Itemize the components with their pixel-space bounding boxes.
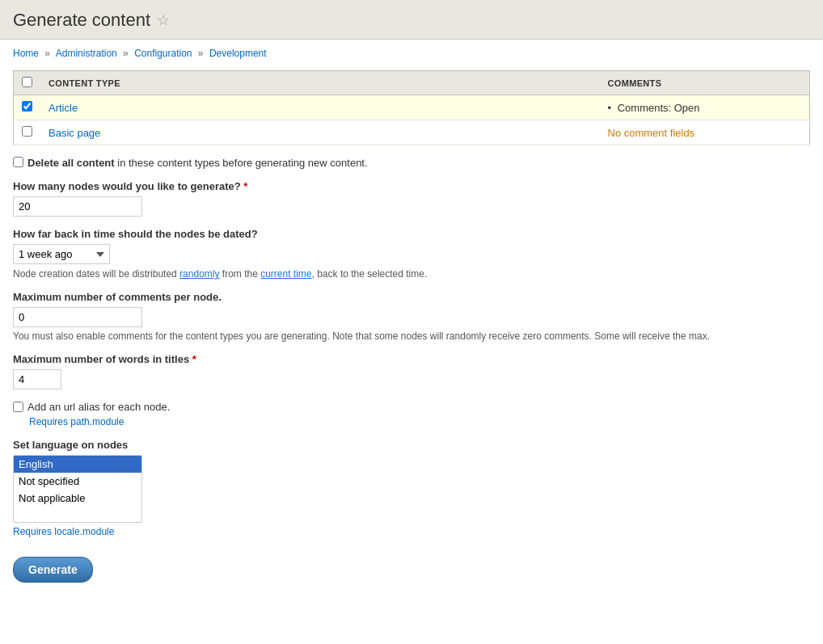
nodes-label-text: How many nodes would you like to generat… xyxy=(13,180,241,192)
nodes-required-star: * xyxy=(243,180,247,192)
breadcrumb-configuration[interactable]: Configuration xyxy=(134,48,192,59)
url-alias-checkbox[interactable] xyxy=(13,402,23,412)
dist-text-2: from the xyxy=(219,268,260,280)
max-comments-section: Maximum number of comments per node. You… xyxy=(13,291,810,342)
breadcrumb-sep-2: » xyxy=(123,48,129,59)
language-option-english[interactable]: English xyxy=(14,456,141,473)
max-words-input[interactable] xyxy=(13,369,61,389)
dist-text-3: , back to the selected time. xyxy=(312,268,428,280)
language-option-not-specified[interactable]: Not specified xyxy=(14,473,141,490)
max-words-label: Maximum number of words in titles * xyxy=(13,353,810,365)
max-words-label-text: Maximum number of words in titles xyxy=(13,353,189,365)
delete-rest-text: in these content types before generating… xyxy=(117,157,367,169)
dist-text-1: Node creation dates will be distributed xyxy=(13,268,179,280)
table-header-row: CONTENT TYPE COMMENTS xyxy=(14,71,810,95)
delete-bold-text: Delete all content xyxy=(27,157,115,169)
basic-page-link[interactable]: Basic page xyxy=(49,127,100,139)
select-all-checkbox[interactable] xyxy=(22,77,32,87)
article-link[interactable]: Article xyxy=(49,102,78,114)
nodes-input[interactable] xyxy=(13,196,142,217)
url-alias-label-text: Add an url alias for each node. xyxy=(27,401,170,413)
delete-content-label: Delete all content in these content type… xyxy=(27,157,368,169)
comments-note: You must also enable comments for the co… xyxy=(13,330,810,342)
max-words-section: Maximum number of words in titles * xyxy=(13,353,810,389)
basic-page-label-cell: Basic page xyxy=(40,120,600,145)
star-icon[interactable]: ☆ xyxy=(157,11,170,29)
article-checkbox[interactable] xyxy=(22,101,32,112)
time-select-wrapper: 1 week ago 1 day ago 1 month ago 1 year … xyxy=(13,244,810,264)
language-option-not-applicable[interactable]: Not applicable xyxy=(14,490,141,507)
basic-page-comments-cell: No comment fields xyxy=(600,120,810,145)
table-row: Basic page No comment fields xyxy=(14,120,810,145)
delete-content-section: Delete all content in these content type… xyxy=(13,157,810,169)
breadcrumb-administration[interactable]: Administration xyxy=(56,48,117,59)
page-title-text: Generate content xyxy=(13,10,150,31)
distribution-hint: Node creation dates will be distributed … xyxy=(13,268,810,280)
article-checkbox-cell xyxy=(14,95,41,120)
time-section: How far back in time should the nodes be… xyxy=(13,228,810,280)
checkbox-col-header xyxy=(14,71,41,95)
nodes-label: How many nodes would you like to generat… xyxy=(13,180,810,192)
time-label: How far back in time should the nodes be… xyxy=(13,228,810,240)
max-comments-input[interactable] xyxy=(13,307,142,327)
basic-page-checkbox-cell xyxy=(14,120,41,145)
max-words-required-star: * xyxy=(192,353,196,365)
requires-locale-link[interactable]: Requires locale.module xyxy=(13,526,810,537)
table-row: Article • Comments: Open xyxy=(14,95,810,120)
article-comments-cell: • Comments: Open xyxy=(600,95,810,120)
breadcrumb-development[interactable]: Development xyxy=(209,48,267,59)
language-label: Set language on nodes xyxy=(13,439,810,451)
breadcrumb-sep-1: » xyxy=(44,48,50,59)
no-comment-text: No comment fields xyxy=(608,127,695,139)
url-alias-section: Add an url alias for each node. Requires… xyxy=(13,401,810,427)
randomly-link[interactable]: randomly xyxy=(179,268,219,280)
max-comments-label: Maximum number of comments per node. xyxy=(13,291,810,303)
breadcrumb-sep-3: » xyxy=(198,48,204,59)
basic-page-checkbox[interactable] xyxy=(22,126,32,137)
language-listbox[interactable]: English Not specified Not applicable xyxy=(13,455,142,523)
delete-content-checkbox[interactable] xyxy=(13,157,23,167)
breadcrumb-home[interactable]: Home xyxy=(13,48,39,59)
article-label-cell: Article xyxy=(40,95,600,120)
content-type-table: CONTENT TYPE COMMENTS Article • Comments… xyxy=(13,70,810,145)
article-comments-text: Comments: Open xyxy=(618,102,700,114)
comments-header: COMMENTS xyxy=(600,71,810,95)
page-title: Generate content ☆ xyxy=(13,10,810,31)
requires-path-link[interactable]: Requires path.module xyxy=(29,416,810,427)
content-type-header: CONTENT TYPE xyxy=(40,71,600,95)
nodes-section: How many nodes would you like to generat… xyxy=(13,180,810,217)
current-time-link[interactable]: current time xyxy=(260,268,311,280)
language-section: Set language on nodes English Not specif… xyxy=(13,439,810,537)
time-select[interactable]: 1 week ago 1 day ago 1 month ago 1 year … xyxy=(13,244,110,264)
generate-button[interactable]: Generate xyxy=(13,557,93,583)
breadcrumb: Home » Administration » Configuration » … xyxy=(13,48,810,59)
bullet-icon: • xyxy=(608,102,612,114)
url-alias-label-row: Add an url alias for each node. xyxy=(13,401,810,413)
